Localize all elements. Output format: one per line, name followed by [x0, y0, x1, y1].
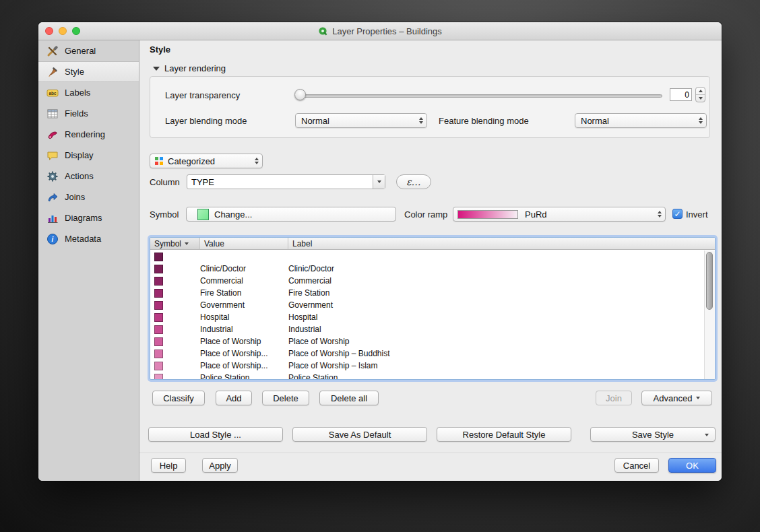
feature-blending-value: Normal [575, 116, 696, 126]
transparency-value-input[interactable] [670, 88, 692, 101]
category-color-swatch[interactable] [154, 350, 163, 358]
qgis-icon [318, 26, 328, 36]
table-row[interactable]: GovernmentGovernment [150, 299, 704, 311]
table-row[interactable]: Place of Worship...Place of Worship – Is… [150, 360, 704, 372]
column-header-symbol[interactable]: Symbol [150, 238, 200, 249]
transparency-slider-thumb[interactable] [294, 89, 306, 100]
advanced-button[interactable]: Advanced [641, 391, 712, 405]
titlebar[interactable]: Layer Properties – Buildings [38, 22, 722, 40]
save-style-button[interactable]: Save Style [590, 427, 716, 442]
invert-checkbox[interactable] [672, 209, 683, 219]
load-style-button[interactable]: Load Style ... [148, 427, 283, 442]
column-label: Column [150, 177, 180, 187]
add-button[interactable]: Add [216, 391, 252, 405]
layer-rendering-title: Layer rendering [164, 63, 226, 73]
stepper-up-button[interactable] [696, 88, 705, 95]
stepper-down-button[interactable] [696, 95, 705, 102]
delete-all-button[interactable]: Delete all [319, 391, 379, 405]
feature-blending-dropdown[interactable]: Normal [575, 113, 707, 128]
symbol-preview-swatch [197, 209, 209, 220]
restore-default-style-button[interactable]: Restore Default Style [437, 427, 571, 442]
advanced-button-label: Advanced [654, 393, 693, 403]
layer-blending-dropdown[interactable]: Normal [295, 113, 427, 128]
renderer-type-dropdown[interactable]: Categorized [150, 154, 263, 168]
sidebar-item-joins[interactable]: Joins [38, 187, 139, 207]
layer-properties-window: Layer Properties – Buildings GeneralStyl… [38, 22, 722, 481]
abc-tag-icon: abc [46, 87, 59, 99]
save-as-default-button[interactable]: Save As Default [292, 427, 427, 442]
table-row[interactable]: Place of Worship...Place of Worship – Bu… [150, 347, 704, 360]
brush-icon [46, 66, 59, 78]
sidebar-item-labels[interactable]: abcLabels [38, 82, 139, 103]
style-panel: Style Layer rendering Layer transparency… [139, 40, 722, 481]
dropdown-stepper-icon [416, 117, 426, 124]
layer-transparency-label: Layer transparency [165, 90, 240, 100]
table-row[interactable]: IndustrialIndustrial [150, 323, 704, 335]
info-icon: i [46, 233, 59, 245]
ramp-preview-icon [457, 210, 518, 219]
category-color-swatch[interactable] [154, 362, 163, 370]
layer-rendering-header[interactable]: Layer rendering [153, 63, 226, 73]
sidebar-item-fields[interactable]: Fields [38, 103, 139, 124]
sidebar-item-label: Labels [65, 88, 90, 98]
category-color-swatch[interactable] [154, 301, 163, 310]
sidebar-item-metadata[interactable]: iMetadata [38, 228, 139, 249]
cancel-button[interactable]: Cancel [614, 458, 659, 473]
category-color-swatch[interactable] [154, 265, 163, 273]
sidebar-item-diagrams[interactable]: Diagrams [38, 207, 139, 228]
category-label: Government [288, 300, 704, 310]
delete-button[interactable]: Delete [262, 391, 309, 405]
table-row[interactable]: Place of WorshipPlace of Worship [150, 335, 704, 347]
column-header-label: Label [292, 239, 312, 248]
table-row[interactable]: Fire StationFire Station [150, 287, 704, 299]
sidebar: GeneralStyleabcLabelsFieldsRenderingDisp… [38, 40, 139, 481]
dropdown-stepper-icon [252, 158, 262, 164]
sidebar-item-style[interactable]: Style [38, 61, 139, 82]
layer-blending-label: Layer blending mode [165, 116, 247, 126]
dropdown-arrow-icon [377, 180, 381, 183]
category-color-swatch[interactable] [154, 337, 163, 346]
table-row[interactable] [150, 251, 704, 263]
category-value: Fire Station [200, 288, 288, 298]
transparency-slider[interactable] [298, 94, 662, 98]
category-color-swatch[interactable] [154, 374, 163, 380]
table-row[interactable]: Clinic/DoctorClinic/Doctor [150, 263, 704, 275]
category-color-swatch[interactable] [154, 277, 163, 286]
apply-button[interactable]: Apply [202, 458, 238, 473]
color-ramp-dropdown[interactable]: PuRd [453, 207, 666, 222]
table-row[interactable]: Police StationPolice Station [150, 372, 704, 379]
category-color-swatch[interactable] [154, 325, 163, 334]
sidebar-item-display[interactable]: Display [38, 145, 139, 166]
table-body: Clinic/DoctorClinic/DoctorCommercialComm… [150, 251, 704, 379]
tools-icon [46, 45, 59, 57]
table-scrollbar[interactable] [704, 251, 715, 379]
color-ramp-value: PuRd [518, 209, 655, 220]
dropdown-arrow-icon [705, 434, 709, 436]
category-color-swatch[interactable] [154, 313, 163, 322]
ok-button[interactable]: OK [668, 458, 716, 473]
help-button[interactable]: Help [151, 458, 186, 473]
classify-button[interactable]: Classify [152, 391, 205, 405]
category-color-swatch[interactable] [154, 253, 163, 261]
dropdown-stepper-icon [655, 211, 665, 218]
column-combobox[interactable]: TYPE [187, 174, 385, 189]
category-color-swatch[interactable] [154, 289, 163, 298]
sidebar-item-rendering[interactable]: Rendering [38, 124, 139, 145]
column-dropdown-button[interactable] [373, 175, 385, 189]
scrollbar-thumb[interactable] [706, 252, 713, 310]
expression-builder-button[interactable]: ε… [396, 174, 431, 189]
column-header-value[interactable]: Value [200, 238, 288, 249]
svg-text:abc: abc [49, 90, 57, 95]
category-label: Fire Station [288, 288, 704, 298]
table-row[interactable]: HospitalHospital [150, 311, 704, 323]
sidebar-item-label: Joins [65, 192, 85, 202]
paint-icon [46, 129, 59, 141]
symbol-change-button[interactable]: Change... [186, 207, 396, 222]
column-header-label-col[interactable]: Label [288, 238, 715, 249]
transparency-stepper [695, 87, 705, 102]
sidebar-item-general[interactable]: General [38, 40, 139, 61]
sidebar-item-actions[interactable]: Actions [38, 166, 139, 187]
table-row[interactable]: CommercialCommercial [150, 275, 704, 287]
table-header-row: Symbol Value Label [150, 238, 715, 250]
layer-rendering-group: Layer transparency Layer blending mode N… [150, 76, 710, 138]
